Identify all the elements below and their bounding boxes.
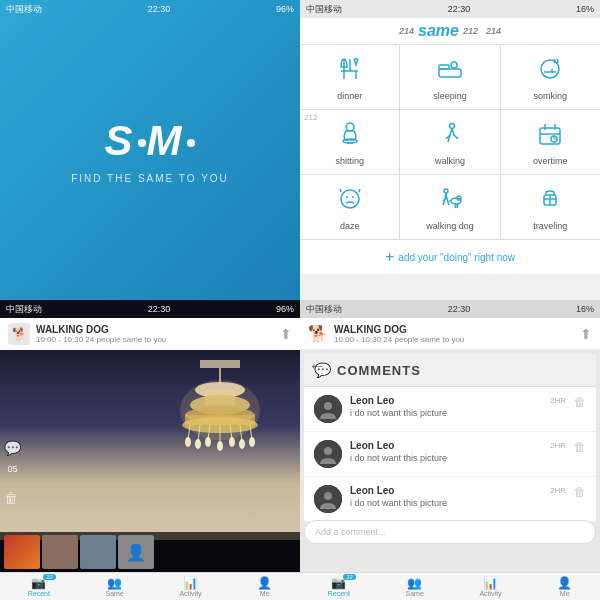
- photo-area-bl: [0, 350, 300, 540]
- activity-shitting[interactable]: 212 shitting: [300, 110, 399, 174]
- svg-point-51: [249, 437, 255, 447]
- shitting-label: shitting: [335, 156, 364, 166]
- tab-bar-bl: 📷 Recent 22 👥 Same 📊 Activity 👤 Me: [0, 572, 300, 600]
- tab-recent-bl[interactable]: 📷 Recent 22: [28, 576, 50, 597]
- time-bl: 22:30: [148, 304, 171, 314]
- delete-comment-1[interactable]: 🗑: [574, 395, 586, 409]
- count-mid: 212: [463, 26, 478, 36]
- post-sub-bl: 10:00 - 10:30 24 people same to you: [36, 335, 274, 344]
- action-icons-bl: 💬 05 🗑: [4, 440, 21, 506]
- tab-activity-bl[interactable]: 📊 Activity: [179, 576, 201, 597]
- thumb-food[interactable]: [4, 535, 40, 569]
- comment-text-3: i do not want this picture: [350, 498, 566, 508]
- battery-bl: 96%: [276, 304, 294, 314]
- thumb-face[interactable]: 👤: [118, 535, 154, 569]
- panel-comments: 中国移动 22:30 16% 🐕 WALKING DOG 10:00 - 10:…: [300, 300, 600, 600]
- carrier-bl: 中国移动: [6, 303, 42, 316]
- battery-tl: 96%: [276, 4, 294, 14]
- activity-walking-dog[interactable]: walking dog: [400, 175, 499, 239]
- sleeping-label: sleeping: [433, 91, 467, 101]
- tab-activity-br[interactable]: 📊 Activity: [479, 576, 501, 597]
- comment-time-3: 2HR: [550, 486, 566, 495]
- activity-overtime[interactable]: overtime: [501, 110, 600, 174]
- svg-point-9: [346, 123, 354, 131]
- overtime-label: overtime: [533, 156, 568, 166]
- svg-point-23: [444, 189, 448, 193]
- post-header-bl: 🐕 WALKING DOG 10:00 - 10:30 24 people sa…: [0, 318, 300, 350]
- delete-comment-2[interactable]: 🗑: [574, 440, 586, 454]
- comment-item-3: Leon Leo 2HR i do not want this picture …: [304, 477, 596, 522]
- svg-rect-4: [439, 65, 449, 69]
- comment-item-2: Leon Leo 2HR i do not want this picture …: [304, 432, 596, 477]
- comment-input-area[interactable]: Add a comment...: [304, 520, 596, 544]
- same-tagline: FIND THE SAME TO YOU: [71, 173, 229, 184]
- svg-point-48: [217, 441, 223, 451]
- shitting-count: 212: [304, 113, 317, 122]
- same-icon-bl: 👥: [107, 576, 122, 590]
- dinner-icon: [336, 55, 364, 87]
- svg-point-5: [451, 62, 457, 68]
- activity-icon-br: 🐕: [308, 324, 328, 343]
- activity-icon-bl: 🐕: [8, 323, 30, 345]
- sleeping-icon: [436, 55, 464, 87]
- thumb-2[interactable]: [42, 535, 78, 569]
- thumb-3[interactable]: [80, 535, 116, 569]
- battery-tr: 16%: [576, 4, 594, 14]
- post-title-area-br: WALKING DOG 10:00 - 10:30 24 people same…: [334, 324, 574, 344]
- share-button-bl[interactable]: ⬆: [280, 326, 292, 342]
- comment-user-3: Leon Leo: [350, 485, 394, 496]
- doing-app-name: same: [418, 22, 459, 40]
- panel-photo-post: 中国移动 22:30 96% 🐕 WALKING DOG 10:00 - 10:…: [0, 300, 300, 600]
- activity-traveling[interactable]: traveling: [501, 175, 600, 239]
- activity-smoking[interactable]: somking: [501, 45, 600, 109]
- add-doing-label: add your "doing" right now: [398, 252, 515, 263]
- share-button-br[interactable]: ⬆: [580, 326, 592, 342]
- delete-icon-bl[interactable]: 🗑: [4, 490, 21, 506]
- post-header-br: 🐕 WALKING DOG 10:00 - 10:30 24 people sa…: [300, 318, 600, 350]
- carrier-br: 中国移动: [306, 303, 342, 316]
- add-doing-button[interactable]: + add your "doing" right now: [300, 239, 600, 274]
- tab-me-bl[interactable]: 👤 Me: [257, 576, 272, 597]
- bottom-thumbnails-bl: 👤: [0, 532, 300, 572]
- svg-point-54: [324, 402, 332, 410]
- tab-me-label-bl: Me: [260, 590, 270, 597]
- smoking-label: somking: [534, 91, 568, 101]
- carrier-tr: 中国移动: [306, 3, 342, 16]
- tab-same-bl[interactable]: 👥 Same: [106, 576, 124, 597]
- comment-icon-bl[interactable]: 💬: [4, 440, 21, 456]
- activity-dinner[interactable]: dinner: [300, 45, 399, 109]
- comments-title: COMMENTS: [337, 363, 421, 378]
- comment-text-2: i do not want this picture: [350, 453, 566, 463]
- svg-rect-30: [200, 360, 240, 368]
- activity-walking[interactable]: walking: [400, 110, 499, 174]
- tab-recent-br[interactable]: 📷 Recent 22: [328, 576, 350, 597]
- tab-same-br[interactable]: 👥 Same: [406, 576, 424, 597]
- comments-panel: 💬 COMMENTS Leon Leo 2HR i: [304, 354, 596, 522]
- doing-app-header: 214 same 212 214: [300, 18, 600, 45]
- panel-same-splash: 中国移动 22:30 96% sm FIND THE SAME TO YOU: [0, 0, 300, 300]
- walking-dog-label: walking dog: [426, 221, 474, 231]
- daze-label: daze: [340, 221, 360, 231]
- svg-point-58: [324, 492, 332, 500]
- time-br: 22:30: [448, 304, 471, 314]
- post-title-area-bl: WALKING DOG 10:00 - 10:30 24 people same…: [36, 324, 274, 344]
- tab-me-br[interactable]: 👤 Me: [557, 576, 572, 597]
- comment-avatar-3: [314, 485, 342, 513]
- svg-point-6: [541, 60, 559, 78]
- same-logo: sm: [104, 117, 195, 165]
- svg-point-24: [451, 198, 461, 204]
- activity-daze[interactable]: daze: [300, 175, 399, 239]
- me-icon-br: 👤: [557, 576, 572, 590]
- delete-comment-3[interactable]: 🗑: [574, 485, 586, 499]
- tab-same-label-br: Same: [406, 590, 424, 597]
- comment-text-1: i do not want this picture: [350, 408, 566, 418]
- traveling-icon: [536, 185, 564, 217]
- time-tl: 22:30: [148, 4, 171, 14]
- comments-header: 💬 COMMENTS: [304, 354, 596, 387]
- comment-avatar-2: [314, 440, 342, 468]
- activity-sleeping[interactable]: sleeping: [400, 45, 499, 109]
- activity-icon-br-tab: 📊: [483, 576, 498, 590]
- tab-badge-bl: 22: [43, 574, 56, 580]
- back-arrow-button[interactable]: ←: [308, 356, 326, 377]
- daze-icon: [336, 185, 364, 217]
